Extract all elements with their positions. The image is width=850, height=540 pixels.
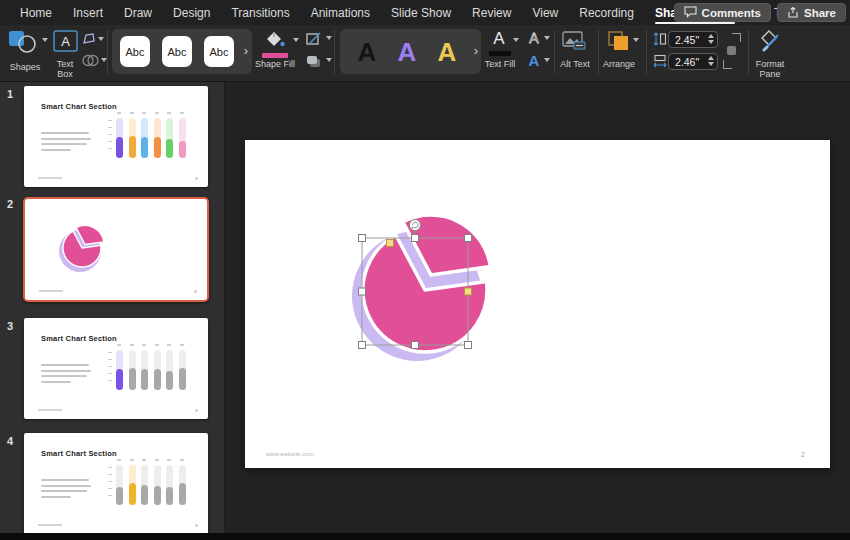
slide-thumbnail-2-selected[interactable] xyxy=(23,197,209,302)
shape-style-3[interactable]: Abc xyxy=(204,36,234,67)
slide-thumbnail-4[interactable]: Smart Chart Section xyxy=(24,433,208,533)
menu-review[interactable]: Review xyxy=(472,0,511,25)
format-pane-button[interactable] xyxy=(758,30,784,56)
arrange-caret[interactable] xyxy=(633,38,639,42)
wordart-style-1[interactable]: A xyxy=(352,34,382,70)
thumb4-series-labels xyxy=(117,459,184,461)
slide-thumbnail-1[interactable]: Smart Chart Section xyxy=(24,86,208,187)
adjust-handle-wedge[interactable] xyxy=(387,240,394,247)
shapes-label: Shapes xyxy=(2,62,48,72)
thumb3-title: Smart Chart Section xyxy=(41,334,117,343)
handle-middle-left[interactable] xyxy=(359,288,366,295)
slide-page-number: 2 xyxy=(801,451,805,458)
thumb3-bar-chart xyxy=(116,350,186,390)
shape-style-1[interactable]: Abc xyxy=(120,36,150,67)
thumb1-axis-ticks xyxy=(108,120,112,149)
text-fill-caret[interactable] xyxy=(513,38,519,42)
text-box-label: Text Box xyxy=(50,59,80,79)
thumb4-bar-chart xyxy=(116,465,186,505)
menu-slide-show[interactable]: Slide Show xyxy=(391,0,451,25)
shape-outline-caret[interactable] xyxy=(326,36,332,40)
shape-effects-icon[interactable] xyxy=(306,54,322,72)
handle-bottom-left[interactable] xyxy=(359,342,366,349)
menu-transitions[interactable]: Transitions xyxy=(231,0,289,25)
text-outline-icon[interactable]: A xyxy=(526,30,542,49)
arrange-button[interactable] xyxy=(608,31,630,55)
text-outline-caret[interactable] xyxy=(544,36,550,40)
shape-height-field[interactable]: 2.45" xyxy=(668,31,718,48)
wordart-gallery: A A A › xyxy=(340,29,481,74)
slide-4-number: 4 xyxy=(2,435,18,447)
text-fill-button[interactable]: A xyxy=(489,29,511,56)
menu-view[interactable]: View xyxy=(532,0,558,25)
text-effects-icon[interactable]: A xyxy=(526,52,542,72)
svg-text:A: A xyxy=(529,52,540,68)
slide-thumbnail-3[interactable]: Smart Chart Section xyxy=(24,318,208,419)
menu-recording[interactable]: Recording xyxy=(579,0,634,25)
wordart-style-3[interactable]: A xyxy=(432,34,462,70)
thumb3-paragraph xyxy=(41,364,91,386)
shapes-button[interactable] xyxy=(8,30,38,58)
shape-outline-icon[interactable] xyxy=(306,31,322,50)
comments-button[interactable]: Comments xyxy=(674,3,771,22)
menu-home[interactable]: Home xyxy=(20,0,52,25)
wordart-more-arrow[interactable]: › xyxy=(474,43,478,58)
shape-style-gallery: Abc Abc Abc › xyxy=(112,29,252,74)
handle-top-left[interactable] xyxy=(359,235,366,242)
menu-animations[interactable]: Animations xyxy=(311,0,370,25)
share-button[interactable]: Share xyxy=(777,3,846,22)
share-label: Share xyxy=(804,7,836,19)
menu-design[interactable]: Design xyxy=(173,0,210,25)
powerpoint-window: Home Insert Draw Design Transitions Anim… xyxy=(0,0,850,540)
shape-fill-swatch xyxy=(262,53,288,58)
slide-thumbnail-panel: 1 Smart Chart Section 2 3 Smart Chart Se… xyxy=(0,82,225,533)
arrange-icon xyxy=(608,37,630,54)
comments-label: Comments xyxy=(702,7,761,19)
shape-fill-button[interactable] xyxy=(262,30,288,58)
shape-style-more-arrow[interactable]: › xyxy=(244,43,248,58)
shape-style-2[interactable]: Abc xyxy=(162,36,192,67)
text-box-button[interactable]: A xyxy=(53,30,78,56)
adjust-handle-angle[interactable] xyxy=(465,288,472,295)
shape-width-field[interactable]: 2.46" xyxy=(668,53,718,70)
height-stepper[interactable] xyxy=(708,34,714,44)
current-slide[interactable]: www.website.com 2 xyxy=(245,140,830,468)
lock-aspect-ratio[interactable] xyxy=(723,33,741,69)
status-bar-edge xyxy=(0,533,850,540)
thumb4-axis-ticks xyxy=(108,467,112,496)
menu-draw[interactable]: Draw xyxy=(124,0,152,25)
paint-bucket-icon xyxy=(262,34,286,51)
slide-2-number: 2 xyxy=(2,198,18,210)
handle-top-center[interactable] xyxy=(412,235,419,242)
shapes-icon xyxy=(8,40,38,57)
slide-3-number: 3 xyxy=(2,320,18,332)
thumb4-title: Smart Chart Section xyxy=(41,449,117,458)
handle-bottom-center[interactable] xyxy=(412,342,419,349)
editing-canvas[interactable]: www.website.com 2 xyxy=(225,82,850,533)
shapes-dropdown-caret[interactable] xyxy=(42,38,48,42)
edit-shape-caret[interactable] xyxy=(98,37,104,41)
width-stepper[interactable] xyxy=(708,56,714,66)
alt-text-icon xyxy=(562,36,586,53)
alt-text-label: Alt Text xyxy=(558,59,592,69)
text-fill-label: Text Fill xyxy=(479,59,521,69)
menu-insert[interactable]: Insert xyxy=(73,0,103,25)
shape-effects-caret[interactable] xyxy=(326,58,332,62)
wordart-style-2[interactable]: A xyxy=(392,34,422,70)
format-pane-icon xyxy=(758,38,784,55)
shape-fill-caret[interactable] xyxy=(293,38,299,42)
shape-fill-label: Shape Fill xyxy=(253,59,297,69)
handle-bottom-right[interactable] xyxy=(465,342,472,349)
rotation-handle[interactable] xyxy=(410,220,421,231)
merge-shapes-icon[interactable] xyxy=(82,53,99,71)
thumb1-bar-chart xyxy=(116,118,186,158)
handle-top-right[interactable] xyxy=(465,235,472,242)
thumb1-series-labels xyxy=(117,112,184,114)
thumb2-pie-chart xyxy=(49,207,149,297)
edit-shape-icon[interactable] xyxy=(82,32,96,50)
svg-text:A: A xyxy=(493,29,505,46)
comment-bubble-icon xyxy=(684,6,697,20)
text-effects-caret[interactable] xyxy=(544,58,550,62)
alt-text-button[interactable] xyxy=(562,31,586,54)
text-box-icon: A xyxy=(53,38,78,55)
